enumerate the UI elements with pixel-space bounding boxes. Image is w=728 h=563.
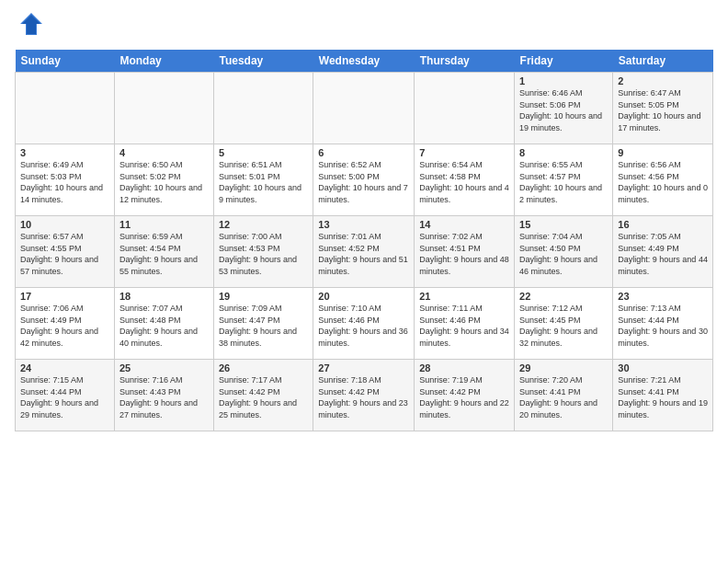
- calendar-cell: 27Sunrise: 7:18 AM Sunset: 4:42 PM Dayli…: [313, 360, 415, 431]
- calendar-cell: 2Sunrise: 6:47 AM Sunset: 5:05 PM Daylig…: [613, 73, 713, 144]
- day-info: Sunrise: 6:59 AM Sunset: 4:54 PM Dayligh…: [119, 231, 209, 277]
- day-number: 28: [419, 362, 509, 373]
- calendar-cell: 11Sunrise: 6:59 AM Sunset: 4:54 PM Dayli…: [114, 216, 213, 288]
- day-number: 21: [419, 291, 509, 302]
- col-header-sunday: Sunday: [16, 50, 115, 73]
- day-info: Sunrise: 7:07 AM Sunset: 4:48 PM Dayligh…: [119, 303, 209, 349]
- col-header-thursday: Thursday: [415, 50, 515, 73]
- col-header-monday: Monday: [114, 50, 213, 73]
- calendar-cell: 29Sunrise: 7:20 AM Sunset: 4:41 PM Dayli…: [515, 360, 613, 431]
- calendar-cell: 3Sunrise: 6:49 AM Sunset: 5:03 PM Daylig…: [16, 144, 115, 216]
- day-number: 17: [20, 291, 109, 302]
- day-info: Sunrise: 7:01 AM Sunset: 4:52 PM Dayligh…: [318, 231, 409, 277]
- calendar-cell: [114, 73, 213, 144]
- calendar-table: SundayMondayTuesdayWednesdayThursdayFrid…: [15, 50, 713, 431]
- day-number: 2: [618, 75, 708, 86]
- col-header-friday: Friday: [515, 50, 613, 73]
- day-info: Sunrise: 6:57 AM Sunset: 4:55 PM Dayligh…: [20, 231, 109, 277]
- logo: [15, 11, 44, 40]
- day-info: Sunrise: 7:02 AM Sunset: 4:51 PM Dayligh…: [419, 231, 509, 277]
- calendar-cell: 15Sunrise: 7:04 AM Sunset: 4:50 PM Dayli…: [515, 216, 613, 288]
- calendar-cell: 24Sunrise: 7:15 AM Sunset: 4:44 PM Dayli…: [16, 360, 115, 431]
- calendar-cell: 28Sunrise: 7:19 AM Sunset: 4:42 PM Dayli…: [415, 360, 515, 431]
- day-info: Sunrise: 7:15 AM Sunset: 4:44 PM Dayligh…: [20, 374, 109, 420]
- calendar-cell: [16, 73, 115, 144]
- logo-icon: [18, 11, 44, 40]
- day-info: Sunrise: 7:05 AM Sunset: 4:49 PM Dayligh…: [618, 231, 708, 277]
- day-number: 3: [20, 147, 109, 158]
- calendar-cell: 8Sunrise: 6:55 AM Sunset: 4:57 PM Daylig…: [515, 144, 613, 216]
- calendar-cell: 16Sunrise: 7:05 AM Sunset: 4:49 PM Dayli…: [613, 216, 713, 288]
- day-number: 27: [318, 362, 409, 373]
- day-number: 25: [119, 362, 209, 373]
- day-number: 15: [519, 219, 608, 230]
- col-header-saturday: Saturday: [613, 50, 713, 73]
- calendar-cell: 23Sunrise: 7:13 AM Sunset: 4:44 PM Dayli…: [613, 288, 713, 360]
- day-info: Sunrise: 7:00 AM Sunset: 4:53 PM Dayligh…: [219, 231, 308, 277]
- calendar-cell: 9Sunrise: 6:56 AM Sunset: 4:56 PM Daylig…: [613, 144, 713, 216]
- day-info: Sunrise: 7:06 AM Sunset: 4:49 PM Dayligh…: [20, 303, 109, 349]
- day-number: 7: [419, 147, 509, 158]
- day-number: 14: [419, 219, 509, 230]
- day-number: 29: [519, 362, 608, 373]
- day-number: 5: [219, 147, 308, 158]
- calendar-cell: 6Sunrise: 6:52 AM Sunset: 5:00 PM Daylig…: [313, 144, 415, 216]
- day-info: Sunrise: 6:52 AM Sunset: 5:00 PM Dayligh…: [318, 159, 409, 205]
- calendar-cell: [415, 73, 515, 144]
- calendar-cell: 13Sunrise: 7:01 AM Sunset: 4:52 PM Dayli…: [313, 216, 415, 288]
- calendar-cell: 5Sunrise: 6:51 AM Sunset: 5:01 PM Daylig…: [213, 144, 313, 216]
- calendar-week-4: 17Sunrise: 7:06 AM Sunset: 4:49 PM Dayli…: [16, 288, 713, 360]
- calendar-cell: 22Sunrise: 7:12 AM Sunset: 4:45 PM Dayli…: [515, 288, 613, 360]
- day-number: 8: [519, 147, 608, 158]
- day-info: Sunrise: 7:13 AM Sunset: 4:44 PM Dayligh…: [618, 303, 708, 349]
- day-info: Sunrise: 6:47 AM Sunset: 5:05 PM Dayligh…: [618, 87, 708, 133]
- calendar-cell: 26Sunrise: 7:17 AM Sunset: 4:42 PM Dayli…: [213, 360, 313, 431]
- calendar-week-1: 1Sunrise: 6:46 AM Sunset: 5:06 PM Daylig…: [16, 73, 713, 144]
- day-info: Sunrise: 7:21 AM Sunset: 4:41 PM Dayligh…: [618, 374, 708, 420]
- day-number: 6: [318, 147, 409, 158]
- calendar-cell: 19Sunrise: 7:09 AM Sunset: 4:47 PM Dayli…: [213, 288, 313, 360]
- day-number: 9: [618, 147, 708, 158]
- day-number: 13: [318, 219, 409, 230]
- day-info: Sunrise: 6:49 AM Sunset: 5:03 PM Dayligh…: [20, 159, 109, 205]
- calendar-cell: [213, 73, 313, 144]
- day-info: Sunrise: 7:12 AM Sunset: 4:45 PM Dayligh…: [519, 303, 608, 349]
- day-info: Sunrise: 6:51 AM Sunset: 5:01 PM Dayligh…: [219, 159, 308, 205]
- page-container: SundayMondayTuesdayWednesdayThursdayFrid…: [0, 0, 728, 439]
- day-number: 24: [20, 362, 109, 373]
- day-number: 22: [519, 291, 608, 302]
- calendar-cell: 14Sunrise: 7:02 AM Sunset: 4:51 PM Dayli…: [415, 216, 515, 288]
- calendar-cell: [313, 73, 415, 144]
- page-header: [15, 11, 713, 40]
- calendar-cell: 21Sunrise: 7:11 AM Sunset: 4:46 PM Dayli…: [415, 288, 515, 360]
- day-info: Sunrise: 7:19 AM Sunset: 4:42 PM Dayligh…: [419, 374, 509, 420]
- calendar-cell: 20Sunrise: 7:10 AM Sunset: 4:46 PM Dayli…: [313, 288, 415, 360]
- day-number: 16: [618, 219, 708, 230]
- day-info: Sunrise: 7:18 AM Sunset: 4:42 PM Dayligh…: [318, 374, 409, 420]
- calendar-cell: 17Sunrise: 7:06 AM Sunset: 4:49 PM Dayli…: [16, 288, 115, 360]
- day-number: 20: [318, 291, 409, 302]
- day-info: Sunrise: 6:56 AM Sunset: 4:56 PM Dayligh…: [618, 159, 708, 205]
- calendar-week-3: 10Sunrise: 6:57 AM Sunset: 4:55 PM Dayli…: [16, 216, 713, 288]
- day-number: 11: [119, 219, 209, 230]
- col-header-wednesday: Wednesday: [313, 50, 415, 73]
- calendar-week-5: 24Sunrise: 7:15 AM Sunset: 4:44 PM Dayli…: [16, 360, 713, 431]
- calendar-cell: 7Sunrise: 6:54 AM Sunset: 4:58 PM Daylig…: [415, 144, 515, 216]
- day-info: Sunrise: 7:20 AM Sunset: 4:41 PM Dayligh…: [519, 374, 608, 420]
- calendar-cell: 30Sunrise: 7:21 AM Sunset: 4:41 PM Dayli…: [613, 360, 713, 431]
- day-info: Sunrise: 7:04 AM Sunset: 4:50 PM Dayligh…: [519, 231, 608, 277]
- day-info: Sunrise: 6:55 AM Sunset: 4:57 PM Dayligh…: [519, 159, 608, 205]
- calendar-cell: 18Sunrise: 7:07 AM Sunset: 4:48 PM Dayli…: [114, 288, 213, 360]
- day-number: 26: [219, 362, 308, 373]
- day-number: 18: [119, 291, 209, 302]
- calendar-week-2: 3Sunrise: 6:49 AM Sunset: 5:03 PM Daylig…: [16, 144, 713, 216]
- header-row: SundayMondayTuesdayWednesdayThursdayFrid…: [16, 50, 713, 73]
- day-info: Sunrise: 7:10 AM Sunset: 4:46 PM Dayligh…: [318, 303, 409, 349]
- day-number: 1: [519, 75, 608, 86]
- calendar-cell: 1Sunrise: 6:46 AM Sunset: 5:06 PM Daylig…: [515, 73, 613, 144]
- day-number: 10: [20, 219, 109, 230]
- day-number: 4: [119, 147, 209, 158]
- calendar-cell: 12Sunrise: 7:00 AM Sunset: 4:53 PM Dayli…: [213, 216, 313, 288]
- day-number: 19: [219, 291, 308, 302]
- day-number: 23: [618, 291, 708, 302]
